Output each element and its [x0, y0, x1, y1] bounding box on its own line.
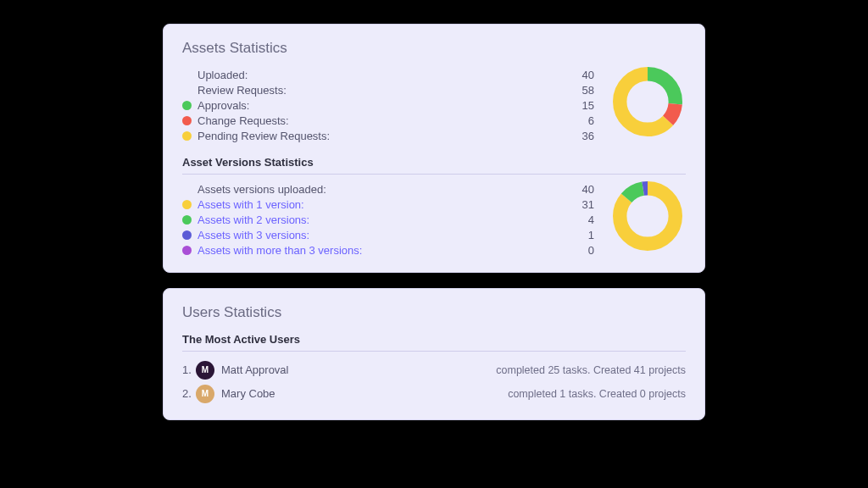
user-activity-summary: completed 25 tasks. Created 41 projects: [496, 364, 686, 376]
stat-value: 36: [559, 130, 599, 142]
review-requests-donut: [613, 67, 682, 136]
stat-label: Change Requests:: [198, 114, 559, 127]
user-name[interactable]: Mary Cobe: [221, 387, 508, 400]
stat-value: 4: [559, 214, 599, 226]
asset-versions-table: Assets versions uploaded:40Assets with 1…: [182, 181, 599, 258]
stat-value: 40: [559, 183, 599, 196]
user-rank: 2.: [182, 387, 196, 400]
assets-statistics-card: Assets Statistics Uploaded:40Review Requ…: [163, 24, 705, 273]
stat-label: Review Requests:: [198, 84, 559, 97]
stat-value: 1: [559, 229, 599, 241]
stat-value: 40: [559, 69, 599, 81]
users-statistics-card: Users Statistics The Most Active Users 1…: [163, 288, 705, 420]
asset-versions-donut: [613, 181, 682, 251]
stat-label: Approvals:: [198, 99, 559, 112]
stat-label: Uploaded:: [198, 69, 559, 81]
asset-versions-block: Assets versions uploaded:40Assets with 1…: [182, 181, 686, 258]
user-name[interactable]: Matt Approval: [221, 363, 496, 376]
stat-row: Approvals:15: [182, 97, 599, 113]
legend-dot: [182, 101, 192, 110]
avatar[interactable]: M: [196, 361, 214, 380]
assets-card-title: Assets Statistics: [182, 40, 686, 57]
stat-row: Assets with 3 versions:1: [182, 228, 599, 243]
active-users-list: 1.MMatt Approvalcompleted 25 tasks. Crea…: [182, 358, 686, 406]
most-active-users-title: The Most Active Users: [182, 333, 686, 352]
legend-dot: [182, 131, 192, 141]
stat-row: Change Requests:6: [182, 114, 599, 129]
legend-dot: [182, 116, 192, 125]
stat-label: Assets versions uploaded:: [198, 183, 559, 196]
assets-stats-table: Uploaded:40Review Requests:58Approvals:1…: [182, 67, 599, 144]
stat-value: 0: [559, 244, 599, 257]
stat-row: Assets with 1 version:31: [182, 197, 599, 212]
user-activity-summary: completed 1 tasks. Created 0 projects: [508, 388, 686, 400]
stat-row: Assets with 2 versions:4: [182, 212, 599, 227]
stat-label-link[interactable]: Assets with more than 3 versions:: [198, 244, 559, 257]
svg-point-7: [632, 201, 663, 231]
user-rank: 1.: [182, 363, 196, 376]
stat-value: 31: [559, 198, 599, 211]
svg-point-3: [632, 86, 663, 117]
legend-dot: [182, 230, 192, 240]
asset-versions-title: Asset Versions Statistics: [182, 156, 686, 175]
stat-value: 6: [559, 114, 599, 127]
stat-row: Assets versions uploaded:40: [182, 181, 599, 197]
user-row: 1.MMatt Approvalcompleted 25 tasks. Crea…: [182, 358, 686, 382]
stat-value: 58: [559, 84, 599, 97]
assets-overview-block: Uploaded:40Review Requests:58Approvals:1…: [182, 67, 686, 144]
stat-row: Uploaded:40: [182, 67, 599, 82]
legend-dot: [182, 215, 192, 225]
stat-value: 15: [559, 99, 599, 112]
users-card-title: Users Statistics: [182, 304, 686, 321]
stat-row: Review Requests:58: [182, 82, 599, 97]
legend-dot: [182, 246, 192, 255]
stat-label-link[interactable]: Assets with 2 versions:: [198, 214, 559, 226]
stat-label-link[interactable]: Assets with 3 versions:: [198, 229, 559, 241]
stat-label: Pending Review Requests:: [198, 130, 559, 142]
stat-label-link[interactable]: Assets with 1 version:: [198, 198, 559, 211]
avatar[interactable]: M: [196, 385, 214, 403]
legend-dot: [182, 200, 192, 209]
stat-row: Assets with more than 3 versions:0: [182, 243, 599, 258]
stat-row: Pending Review Requests:36: [182, 129, 599, 144]
user-row: 2.MMary Cobecompleted 1 tasks. Created 0…: [182, 382, 686, 406]
